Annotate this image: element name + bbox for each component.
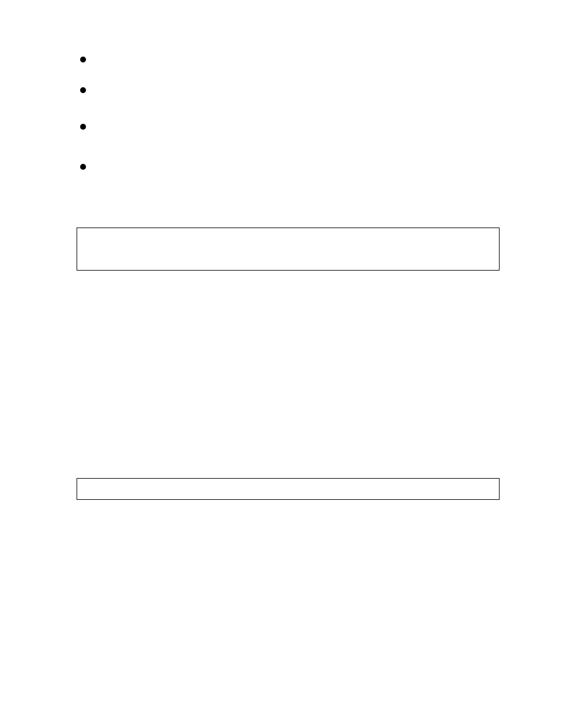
callout-box-1 bbox=[77, 228, 500, 271]
bullet-item bbox=[93, 53, 501, 67]
bullet-item bbox=[93, 120, 501, 134]
bullet-list bbox=[61, 53, 501, 174]
page bbox=[0, 0, 562, 728]
bullet-item bbox=[93, 160, 501, 174]
callout-box-2 bbox=[77, 478, 500, 500]
bullet-item bbox=[93, 84, 501, 98]
